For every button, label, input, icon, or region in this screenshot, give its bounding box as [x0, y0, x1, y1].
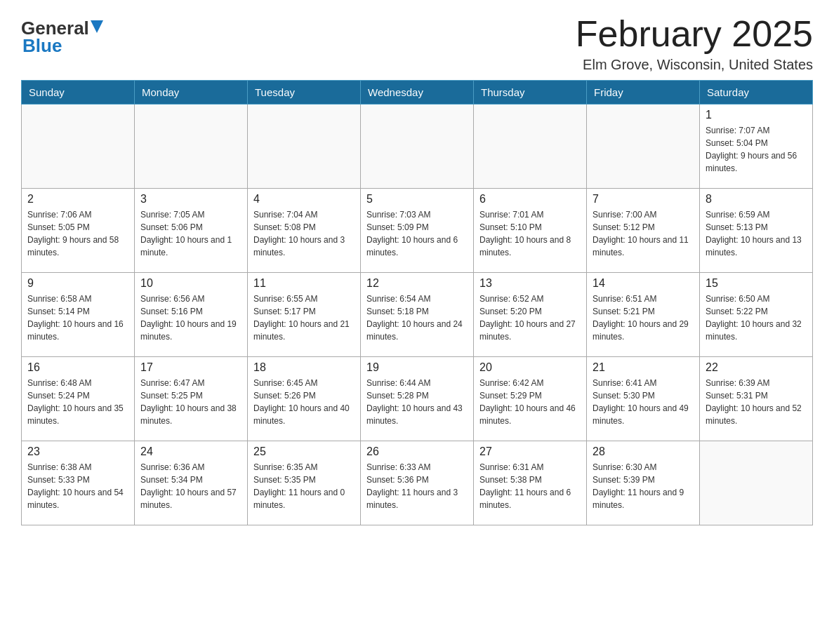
day-info: Sunrise: 6:47 AMSunset: 5:25 PMDaylight:…	[140, 377, 241, 427]
day-number: 22	[706, 361, 807, 374]
day-info: Sunrise: 7:00 AMSunset: 5:12 PMDaylight:…	[593, 208, 694, 259]
calendar-cell-w2-d7: 8Sunrise: 6:59 AMSunset: 5:13 PMDaylight…	[700, 189, 813, 273]
calendar-cell-w4-d1: 16Sunrise: 6:48 AMSunset: 5:24 PMDayligh…	[22, 357, 135, 441]
title-area: February 2025 Elm Grove, Wisconsin, Unit…	[576, 14, 813, 73]
day-number: 9	[27, 277, 128, 290]
day-info: Sunrise: 6:41 AMSunset: 5:30 PMDaylight:…	[593, 377, 694, 427]
col-wednesday: Wednesday	[361, 81, 474, 105]
day-number: 4	[253, 193, 355, 206]
col-tuesday: Tuesday	[248, 81, 361, 105]
day-number: 25	[253, 445, 355, 458]
day-number: 27	[479, 445, 581, 458]
day-info: Sunrise: 6:54 AMSunset: 5:18 PMDaylight:…	[366, 293, 468, 343]
day-number: 17	[140, 361, 241, 374]
day-info: Sunrise: 6:44 AMSunset: 5:28 PMDaylight:…	[366, 377, 468, 427]
day-info: Sunrise: 6:56 AMSunset: 5:16 PMDaylight:…	[140, 293, 241, 343]
calendar-cell-w4-d3: 18Sunrise: 6:45 AMSunset: 5:26 PMDayligh…	[248, 357, 361, 441]
day-info: Sunrise: 6:48 AMSunset: 5:24 PMDaylight:…	[27, 377, 128, 427]
day-number: 18	[253, 361, 355, 374]
logo-triangle-icon	[91, 20, 103, 33]
day-info: Sunrise: 6:58 AMSunset: 5:14 PMDaylight:…	[27, 293, 128, 343]
day-info: Sunrise: 6:55 AMSunset: 5:17 PMDaylight:…	[253, 293, 355, 343]
col-monday: Monday	[135, 81, 248, 105]
calendar-week-3: 9Sunrise: 6:58 AMSunset: 5:14 PMDaylight…	[22, 273, 813, 357]
day-info: Sunrise: 7:01 AMSunset: 5:10 PMDaylight:…	[479, 208, 581, 259]
calendar-cell-w5-d2: 24Sunrise: 6:36 AMSunset: 5:34 PMDayligh…	[135, 441, 248, 525]
day-number: 10	[140, 277, 241, 290]
calendar-week-2: 2Sunrise: 7:06 AMSunset: 5:05 PMDaylight…	[22, 189, 813, 273]
day-info: Sunrise: 6:52 AMSunset: 5:20 PMDaylight:…	[479, 293, 581, 343]
day-info: Sunrise: 6:45 AMSunset: 5:26 PMDaylight:…	[253, 377, 355, 427]
calendar-cell-w1-d7: 1Sunrise: 7:07 AMSunset: 5:04 PMDaylight…	[700, 105, 813, 189]
col-thursday: Thursday	[474, 81, 587, 105]
calendar-cell-w2-d6: 7Sunrise: 7:00 AMSunset: 5:12 PMDaylight…	[587, 189, 700, 273]
day-number: 8	[706, 193, 807, 206]
calendar-cell-w4-d2: 17Sunrise: 6:47 AMSunset: 5:25 PMDayligh…	[135, 357, 248, 441]
calendar-cell-w2-d2: 3Sunrise: 7:05 AMSunset: 5:06 PMDaylight…	[135, 189, 248, 273]
day-number: 7	[593, 193, 694, 206]
day-info: Sunrise: 6:42 AMSunset: 5:29 PMDaylight:…	[479, 377, 581, 427]
day-number: 19	[366, 361, 468, 374]
page-header: General Blue February 2025 Elm Grove, Wi…	[21, 14, 813, 73]
calendar-cell-w1-d6	[587, 105, 700, 189]
calendar-cell-w2-d5: 6Sunrise: 7:01 AMSunset: 5:10 PMDaylight…	[474, 189, 587, 273]
calendar-cell-w5-d5: 27Sunrise: 6:31 AMSunset: 5:38 PMDayligh…	[474, 441, 587, 525]
day-info: Sunrise: 6:39 AMSunset: 5:31 PMDaylight:…	[706, 377, 807, 427]
day-number: 15	[706, 277, 807, 290]
day-number: 1	[706, 109, 807, 121]
day-number: 6	[479, 193, 581, 206]
calendar-cell-w1-d2	[135, 105, 248, 189]
calendar-cell-w5-d4: 26Sunrise: 6:33 AMSunset: 5:36 PMDayligh…	[361, 441, 474, 525]
month-title: February 2025	[576, 14, 813, 54]
day-number: 16	[27, 361, 128, 374]
calendar-cell-w3-d3: 11Sunrise: 6:55 AMSunset: 5:17 PMDayligh…	[248, 273, 361, 357]
calendar-cell-w3-d7: 15Sunrise: 6:50 AMSunset: 5:22 PMDayligh…	[700, 273, 813, 357]
calendar-table: Sunday Monday Tuesday Wednesday Thursday…	[21, 80, 813, 525]
day-info: Sunrise: 7:07 AMSunset: 5:04 PMDaylight:…	[706, 124, 807, 175]
col-saturday: Saturday	[700, 81, 813, 105]
calendar-cell-w1-d1	[22, 105, 135, 189]
svg-marker-0	[91, 20, 103, 33]
calendar-cell-w4-d5: 20Sunrise: 6:42 AMSunset: 5:29 PMDayligh…	[474, 357, 587, 441]
day-number: 21	[593, 361, 694, 374]
calendar-week-5: 23Sunrise: 6:38 AMSunset: 5:33 PMDayligh…	[22, 441, 813, 525]
day-number: 13	[479, 277, 581, 290]
calendar-cell-w4-d6: 21Sunrise: 6:41 AMSunset: 5:30 PMDayligh…	[587, 357, 700, 441]
calendar-cell-w3-d5: 13Sunrise: 6:52 AMSunset: 5:20 PMDayligh…	[474, 273, 587, 357]
calendar-cell-w5-d1: 23Sunrise: 6:38 AMSunset: 5:33 PMDayligh…	[22, 441, 135, 525]
day-number: 2	[27, 193, 128, 206]
day-number: 5	[366, 193, 468, 206]
day-info: Sunrise: 6:33 AMSunset: 5:36 PMDaylight:…	[366, 461, 468, 511]
calendar-cell-w4-d4: 19Sunrise: 6:44 AMSunset: 5:28 PMDayligh…	[361, 357, 474, 441]
col-friday: Friday	[587, 81, 700, 105]
day-number: 14	[593, 277, 694, 290]
day-info: Sunrise: 6:36 AMSunset: 5:34 PMDaylight:…	[140, 461, 241, 511]
day-info: Sunrise: 7:05 AMSunset: 5:06 PMDaylight:…	[140, 208, 241, 259]
day-info: Sunrise: 7:06 AMSunset: 5:05 PMDaylight:…	[27, 208, 128, 259]
calendar-week-4: 16Sunrise: 6:48 AMSunset: 5:24 PMDayligh…	[22, 357, 813, 441]
day-number: 20	[479, 361, 581, 374]
location-subtitle: Elm Grove, Wisconsin, United States	[576, 57, 813, 73]
calendar-cell-w4-d7: 22Sunrise: 6:39 AMSunset: 5:31 PMDayligh…	[700, 357, 813, 441]
calendar-cell-w3-d6: 14Sunrise: 6:51 AMSunset: 5:21 PMDayligh…	[587, 273, 700, 357]
day-info: Sunrise: 7:04 AMSunset: 5:08 PMDaylight:…	[253, 208, 355, 259]
calendar-cell-w5-d7	[700, 441, 813, 525]
day-info: Sunrise: 6:38 AMSunset: 5:33 PMDaylight:…	[27, 461, 128, 511]
day-number: 11	[253, 277, 355, 290]
calendar-cell-w2-d3: 4Sunrise: 7:04 AMSunset: 5:08 PMDaylight…	[248, 189, 361, 273]
day-number: 26	[366, 445, 468, 458]
day-info: Sunrise: 6:30 AMSunset: 5:39 PMDaylight:…	[593, 461, 694, 511]
calendar-header-row: Sunday Monday Tuesday Wednesday Thursday…	[22, 81, 813, 105]
logo-blue-text: Blue	[22, 35, 62, 57]
calendar-cell-w3-d1: 9Sunrise: 6:58 AMSunset: 5:14 PMDaylight…	[22, 273, 135, 357]
calendar-cell-w1-d3	[248, 105, 361, 189]
day-info: Sunrise: 6:59 AMSunset: 5:13 PMDaylight:…	[706, 208, 807, 259]
day-info: Sunrise: 7:03 AMSunset: 5:09 PMDaylight:…	[366, 208, 468, 259]
calendar-week-1: 1Sunrise: 7:07 AMSunset: 5:04 PMDaylight…	[22, 105, 813, 189]
calendar-cell-w5-d6: 28Sunrise: 6:30 AMSunset: 5:39 PMDayligh…	[587, 441, 700, 525]
day-info: Sunrise: 6:35 AMSunset: 5:35 PMDaylight:…	[253, 461, 355, 511]
calendar-cell-w2-d4: 5Sunrise: 7:03 AMSunset: 5:09 PMDaylight…	[361, 189, 474, 273]
day-info: Sunrise: 6:50 AMSunset: 5:22 PMDaylight:…	[706, 293, 807, 343]
day-info: Sunrise: 6:51 AMSunset: 5:21 PMDaylight:…	[593, 293, 694, 343]
day-number: 28	[593, 445, 694, 458]
